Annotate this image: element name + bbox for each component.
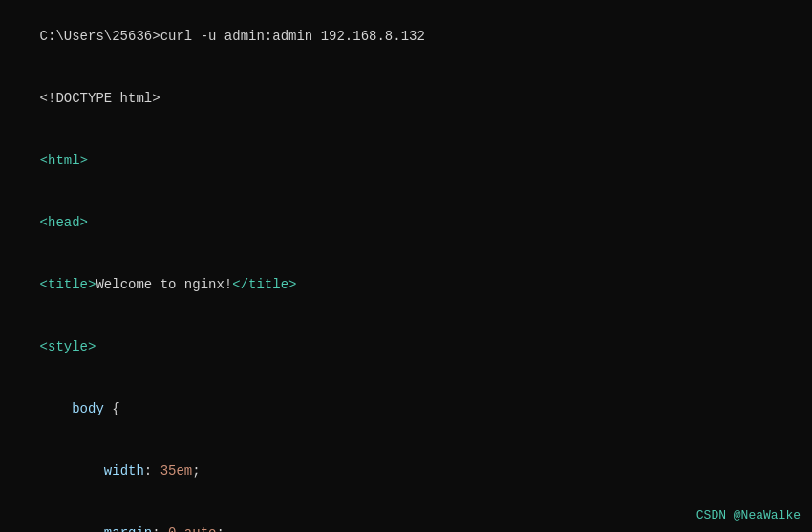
semi1: ; [192,463,200,479]
line-style-open: <style> [8,316,804,378]
command-line-1: C:\Users\25636>curl -u admin:admin 192.1… [8,6,804,68]
terminal-window: C:\Users\25636>curl -u admin:admin 192.1… [0,0,812,532]
colon1: : [144,463,160,479]
tag-title-close: </title> [232,277,296,292]
tag-open: < [40,153,48,168]
line-title: <title>Welcome to nginx!</title> [8,254,804,316]
tag-head-open: <head> [40,215,88,230]
line-head-open: <head> [8,192,804,254]
line-width: width: 35em; [8,440,804,502]
watermark: CSDN @NeaWalke [696,508,801,522]
line-margin: margin: 0 auto; [8,503,804,533]
val-margin: 0 auto [168,525,216,532]
body-selector: body [72,401,104,416]
tag-title-open: <title> [40,277,96,292]
tag-close: > [80,153,88,168]
indent3 [40,525,104,532]
tag-style-open: <style> [40,339,96,354]
cmd-text: C:\Users\25636>curl -u admin:admin 192.1… [40,29,425,44]
indent1 [40,401,73,416]
line-doctype: <!DOCTYPE html> [8,68,804,130]
watermark-text: CSDN @NeaWalke [696,508,801,522]
title-text: Welcome to nginx! [96,277,232,292]
indent2 [40,463,104,479]
line-html-open: <html> [8,130,804,192]
tag-name-html: html [48,153,80,168]
val-width: 35em [160,463,193,479]
brace-open: { [104,401,120,416]
semi2: ; [216,525,224,532]
prop-margin: margin [104,525,152,532]
doctype-text: <!DOCTYPE html> [40,91,160,106]
colon2: : [152,525,168,532]
line-body-rule: body { [8,378,804,440]
prop-width: width [104,463,144,479]
